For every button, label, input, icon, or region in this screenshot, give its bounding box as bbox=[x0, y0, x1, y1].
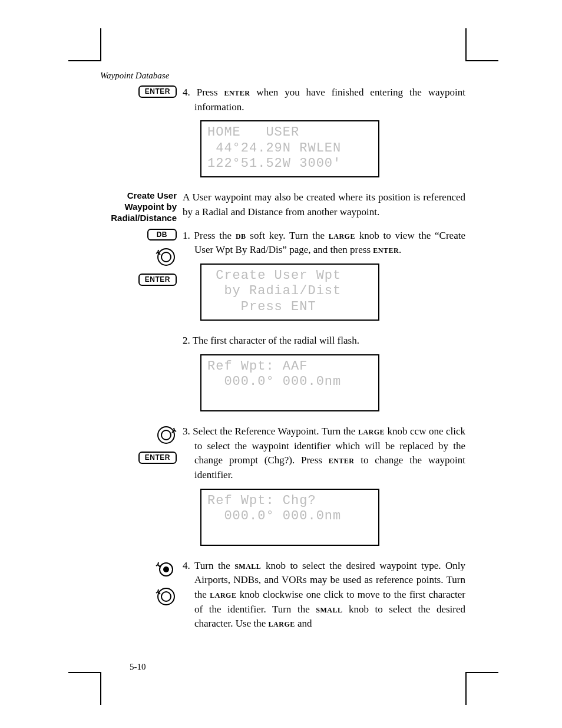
page-number: 5-10 bbox=[130, 662, 146, 672]
crop-mark bbox=[465, 28, 467, 61]
body-text: 3. Select the Reference Waypoint. Turn t… bbox=[183, 424, 465, 483]
large-knob-icon bbox=[156, 586, 177, 607]
side-heading: Create User Waypoint by Radial/Distance bbox=[100, 190, 177, 223]
lcd-display: Ref Wpt: Chg? 000.0° 000.0nm bbox=[200, 489, 379, 546]
body-text: 2. The first character of the radial wil… bbox=[183, 334, 465, 348]
lcd-display: Ref Wpt: AAF 000.0° 000.0nm bbox=[200, 354, 379, 411]
svg-point-6 bbox=[158, 588, 174, 605]
large-smallcaps: large bbox=[210, 589, 236, 600]
crop-mark bbox=[465, 672, 467, 705]
body-text: 4. Press enter when you have finished en… bbox=[183, 85, 465, 114]
crop-mark bbox=[465, 60, 498, 61]
enter-smallcaps: enter bbox=[373, 244, 399, 255]
crop-mark bbox=[465, 672, 498, 673]
lcd-display: HOME USER 44°24.29N RWLEN 122°51.52W 300… bbox=[200, 120, 379, 177]
lcd-display: Create User Wpt by Radial/Dist Press ENT bbox=[200, 263, 379, 321]
crop-mark bbox=[100, 28, 101, 61]
enter-key-icon: ENTER bbox=[138, 85, 177, 98]
large-knob-icon bbox=[156, 424, 177, 446]
svg-point-1 bbox=[161, 252, 171, 262]
body-text: A User waypoint may also be created wher… bbox=[183, 190, 465, 219]
enter-key-icon: ENTER bbox=[138, 274, 177, 286]
small-knob-icon bbox=[156, 559, 177, 580]
page: Waypoint Database ENTER 4. Press enter w… bbox=[100, 71, 465, 635]
large-smallcaps: large bbox=[269, 618, 295, 629]
svg-point-5 bbox=[163, 566, 169, 572]
running-head: Waypoint Database bbox=[100, 71, 465, 81]
large-smallcaps: large bbox=[358, 426, 385, 437]
svg-point-7 bbox=[161, 592, 171, 601]
enter-smallcaps: enter bbox=[224, 87, 250, 98]
crop-mark bbox=[68, 60, 101, 61]
body-text: 1. Press the db soft key. Turn the large… bbox=[183, 229, 465, 258]
large-smallcaps: large bbox=[329, 230, 355, 241]
enter-smallcaps: enter bbox=[329, 454, 355, 466]
body-text: 4. Turn the small knob to select the des… bbox=[183, 559, 465, 631]
small-smallcaps: small bbox=[316, 604, 342, 615]
svg-point-0 bbox=[158, 249, 174, 265]
enter-key-icon: ENTER bbox=[138, 452, 177, 464]
crop-mark bbox=[68, 672, 101, 673]
svg-point-3 bbox=[161, 430, 171, 440]
crop-mark bbox=[100, 672, 101, 705]
db-key-icon: DB bbox=[147, 229, 177, 241]
large-knob-icon bbox=[156, 246, 177, 268]
db-smallcaps: db bbox=[236, 230, 246, 241]
small-smallcaps: small bbox=[234, 560, 261, 571]
svg-point-2 bbox=[158, 427, 174, 443]
